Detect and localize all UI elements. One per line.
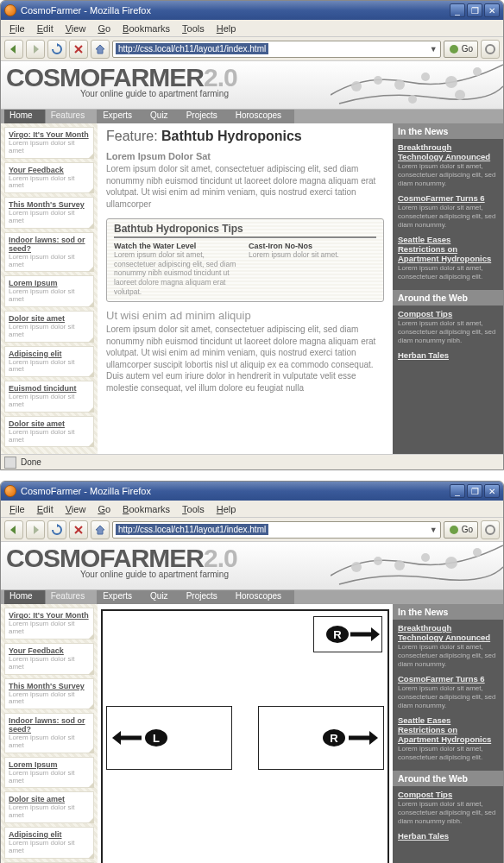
sidebar-item[interactable]: This Month's SurveyLorem ipsum dolor sit… — [4, 678, 94, 710]
menu-tools[interactable]: Tools — [177, 22, 210, 35]
sidebar-item[interactable]: Indoor lawns: sod or seed?Lorem ipsum do… — [4, 232, 94, 273]
sidebar-item[interactable]: Indoor lawns: sod or seed?Lorem ipsum do… — [4, 713, 94, 753]
sidebar-item[interactable]: Lorem IpsumLorem ipsum dolor sit amet — [4, 757, 94, 789]
reload-button[interactable] — [47, 520, 66, 539]
badge-r: R — [323, 729, 345, 746]
sidebar-item-body: Lorem ipsum dolor sit amet — [9, 175, 90, 191]
nav-experts[interactable]: Experts — [98, 590, 145, 604]
nav-quiz[interactable]: Quiz — [145, 590, 181, 604]
back-button[interactable] — [4, 40, 23, 59]
right-sidebar: In the News Breakthrough Technology Anno… — [393, 604, 503, 863]
news-link[interactable]: Breakthrough Technology Announced — [398, 623, 498, 642]
window-title: CosmoFarmer - Mozilla Firefox — [21, 5, 151, 16]
sidebar-item[interactable]: Euismod tinciduntLorem ipsum dolor sit a… — [4, 381, 94, 413]
back-button[interactable] — [4, 520, 23, 539]
menu-edit[interactable]: Edit — [32, 22, 59, 35]
minimize-button[interactable]: _ — [450, 3, 465, 17]
main-nav: Home Features Experts Quiz Projects Horo… — [1, 110, 503, 123]
sidebar-item[interactable]: Adipiscing elitLorem ipsum dolor sit ame… — [4, 346, 94, 378]
news-link[interactable]: Seattle Eases Restrictions on Apartment … — [398, 715, 498, 744]
url-dropdown-icon[interactable]: ▼ — [430, 526, 438, 534]
menu-help[interactable]: Help — [211, 22, 242, 35]
nav-experts[interactable]: Experts — [98, 110, 145, 123]
menu-go[interactable]: Go — [92, 502, 116, 516]
nav-home[interactable]: Home — [4, 110, 46, 123]
toolbar-extra-icon[interactable] — [481, 520, 500, 539]
sidebar-item[interactable]: Virgo: It's Your MonthLorem ipsum dolor … — [4, 127, 94, 159]
menu-bookmarks[interactable]: Bookmarks — [117, 22, 175, 35]
sidebar-item-title: This Month's Survey — [9, 200, 90, 209]
nav-home[interactable]: Home — [4, 590, 46, 604]
firefox-icon — [4, 485, 16, 497]
close-button[interactable]: ✕ — [484, 3, 500, 17]
url-text: http://css.local/ch11/layout1/index.html — [116, 524, 268, 535]
sidebar-item[interactable]: Your FeedbackLorem ipsum dolor sit amet — [4, 162, 94, 194]
sidebar-item[interactable]: Adipiscing elitLorem ipsum dolor sit ame… — [4, 827, 94, 859]
sidebar-item[interactable]: This Month's SurveyLorem ipsum dolor sit… — [4, 197, 94, 229]
home-button[interactable] — [91, 520, 110, 539]
maximize-button[interactable]: ❐ — [467, 3, 482, 17]
sidebar-item-title: Lorem Ipsum — [9, 760, 90, 769]
sidebar-item-body: Lorem ipsum dolor sit amet — [9, 394, 90, 409]
sidebar-item[interactable]: Dolor site ametLorem ipsum dolor sit ame… — [4, 791, 94, 823]
svg-point-8 — [445, 76, 457, 88]
news-link[interactable]: Herban Tales — [398, 350, 498, 360]
nav-horoscopes[interactable]: Horoscopes — [230, 590, 294, 604]
minimize-button[interactable]: _ — [450, 484, 465, 498]
sidebar-item[interactable]: Dolor site ametLorem ipsum dolor sit ame… — [4, 311, 94, 343]
news-link[interactable]: Herban Tales — [398, 831, 498, 841]
nav-features[interactable]: Features — [46, 590, 98, 604]
sidebar-item-body: Lorem ipsum dolor sit amet — [9, 254, 90, 269]
go-button[interactable]: Go — [444, 41, 478, 58]
nav-projects[interactable]: Projects — [181, 110, 230, 123]
sidebar-item-body: Lorem ipsum dolor sit amet — [9, 324, 90, 339]
stop-button[interactable] — [69, 520, 88, 539]
forward-button[interactable] — [26, 520, 45, 539]
menu-file[interactable]: File — [4, 502, 30, 516]
svg-point-18 — [394, 560, 405, 570]
menu-edit[interactable]: Edit — [32, 502, 59, 516]
menu-bookmarks[interactable]: Bookmarks — [117, 502, 175, 516]
news-link[interactable]: Compost Tips — [398, 309, 498, 318]
news-link[interactable]: Breakthrough Technology Announced — [398, 142, 498, 161]
stop-button[interactable] — [69, 40, 88, 59]
go-button[interactable]: Go — [444, 521, 478, 539]
sidebar-item-body: Lorem ipsum dolor sit amet — [9, 359, 90, 375]
nav-features[interactable]: Features — [46, 110, 98, 123]
float-box-top-right: R — [313, 616, 382, 652]
svg-point-16 — [351, 562, 362, 572]
address-bar[interactable]: http://css.local/ch11/layout1/index.html… — [112, 41, 441, 58]
news-text: Lorem ipsum dolor sit amet, consectetuer… — [398, 319, 498, 345]
news-text: Lorem ipsum dolor sit amet, consectetuer… — [398, 643, 498, 669]
forward-button[interactable] — [26, 40, 45, 59]
menu-tools[interactable]: Tools — [177, 502, 210, 516]
toolbar-extra-icon[interactable] — [481, 40, 500, 59]
menu-go[interactable]: Go — [92, 22, 116, 35]
url-dropdown-icon[interactable]: ▼ — [430, 45, 438, 54]
sidebar-item[interactable]: Dolor site ametLorem ipsum dolor sit ame… — [4, 416, 94, 448]
sidebar-item[interactable]: Lorem IpsumLorem ipsum dolor sit amet — [4, 275, 94, 307]
menu-file[interactable]: File — [4, 22, 30, 35]
sidebar-item[interactable]: Your FeedbackLorem ipsum dolor sit amet — [4, 643, 94, 675]
nav-projects[interactable]: Projects — [181, 590, 230, 604]
svg-point-5 — [374, 76, 382, 85]
menu-view[interactable]: View — [60, 502, 91, 516]
news-link[interactable]: CosmoFarmer Turns 6 — [398, 193, 498, 203]
sidebar-item[interactable]: Virgo: It's Your MonthLorem ipsum dolor … — [4, 608, 94, 639]
close-button[interactable]: ✕ — [484, 484, 500, 498]
menu-view[interactable]: View — [60, 22, 91, 35]
nav-horoscopes[interactable]: Horoscopes — [230, 110, 294, 123]
news-link[interactable]: Seattle Eases Restrictions on Apartment … — [398, 235, 498, 263]
sidebar-item-title: Adipiscing elit — [9, 350, 90, 358]
maximize-button[interactable]: ❐ — [467, 484, 482, 498]
address-bar[interactable]: http://css.local/ch11/layout1/index.html… — [112, 521, 441, 539]
svg-point-14 — [450, 526, 458, 534]
menu-help[interactable]: Help — [211, 502, 242, 516]
home-button[interactable] — [91, 40, 110, 59]
menubar: File Edit View Go Bookmarks Tools Help — [1, 501, 503, 518]
site-banner: COSMOFARMER2.0 Your online guide to apar… — [1, 61, 503, 110]
news-link[interactable]: CosmoFarmer Turns 6 — [398, 674, 498, 683]
news-link[interactable]: Compost Tips — [398, 790, 498, 799]
nav-quiz[interactable]: Quiz — [145, 110, 181, 123]
reload-button[interactable] — [47, 40, 66, 59]
